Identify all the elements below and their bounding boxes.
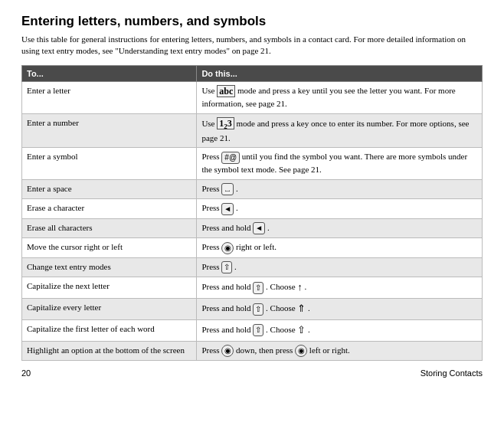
table-row: Enter a numberUse 123 mode and press a k…	[22, 114, 483, 148]
todo-cell: Enter a symbol	[22, 148, 197, 179]
do-cell: Press ◉ right or left.	[197, 238, 483, 257]
do-cell: Use abc mode and press a key until you s…	[197, 81, 483, 113]
todo-cell: Erase a character	[22, 199, 197, 218]
do-cell: Press ◄ .	[197, 199, 483, 218]
page-number: 20	[21, 368, 31, 378]
do-cell: Press and hold ⇧ . Choose ⇑ .	[197, 299, 483, 320]
todo-cell: Enter a letter	[22, 81, 197, 113]
table-row: Enter a letterUse abc mode and press a k…	[22, 81, 483, 113]
table-row: Enter a spacePress ⎵ .	[22, 179, 483, 198]
todo-cell: Move the cursor right or left	[22, 238, 197, 257]
do-cell: Press and hold ⇧ . Choose ↑ .	[197, 277, 483, 299]
col-header-todo: To...	[22, 65, 197, 81]
do-cell: Press ◉ down, then press ◉ left or right…	[197, 341, 483, 360]
todo-cell: Enter a space	[22, 179, 197, 198]
table-row: Erase all charactersPress and hold ◄ .	[22, 218, 483, 237]
todo-cell: Highlight an option at the bottom of the…	[22, 341, 197, 360]
table-row: Highlight an option at the bottom of the…	[22, 341, 483, 360]
todo-cell: Capitalize every letter	[22, 299, 197, 320]
todo-cell: Enter a number	[22, 114, 197, 148]
todo-cell: Capitalize the first letter of each word	[22, 319, 197, 341]
todo-cell: Change text entry modes	[22, 257, 197, 277]
todo-cell: Erase all characters	[22, 218, 197, 237]
table-row: Capitalize the next letterPress and hold…	[22, 277, 483, 299]
table-row: Move the cursor right or leftPress ◉ rig…	[22, 238, 483, 257]
do-cell: Press ⇧ .	[197, 257, 483, 277]
section-title: Storing Contacts	[421, 368, 483, 378]
table-row: Capitalize every letterPress and hold ⇧ …	[22, 299, 483, 320]
instructions-table: To... Do this... Enter a letterUse abc m…	[21, 65, 483, 361]
table-row: Enter a symbolPress #@ until you find th…	[22, 148, 483, 179]
do-cell: Press and hold ◄ .	[197, 218, 483, 237]
todo-cell: Capitalize the next letter	[22, 277, 197, 299]
do-cell: Press and hold ⇧ . Choose ⇧ .	[197, 319, 483, 341]
intro-text: Use this table for general instructions …	[21, 34, 483, 57]
col-header-do: Do this...	[197, 65, 483, 81]
do-cell: Use 123 mode and press a key once to ent…	[197, 114, 483, 148]
page-title: Entering letters, numbers, and symbols	[21, 14, 483, 29]
table-row: Erase a characterPress ◄ .	[22, 199, 483, 218]
do-cell: Press ⎵ .	[197, 179, 483, 198]
do-cell: Press #@ until you find the symbol you w…	[197, 148, 483, 179]
table-row: Change text entry modesPress ⇧ .	[22, 257, 483, 277]
table-row: Capitalize the first letter of each word…	[22, 319, 483, 341]
